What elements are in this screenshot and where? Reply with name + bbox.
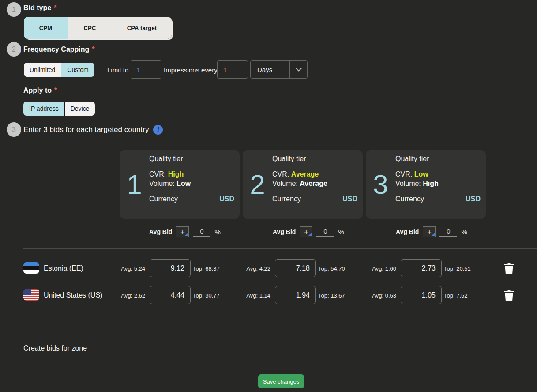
cvr-value: Average [291, 170, 319, 178]
cvr-value: High [168, 170, 184, 178]
bid-input-tier2[interactable] [275, 259, 316, 277]
us-flag-icon [23, 289, 39, 301]
save-changes-button[interactable]: Save changes [258, 374, 304, 388]
bids-section-title-text: Enter 3 bids for each targeted country [23, 125, 149, 134]
currency-value: USD [466, 195, 481, 203]
currency-row: Currency USD [395, 195, 481, 203]
volume-value: Low [176, 180, 191, 187]
avg-bid-label: Avg Bid [149, 228, 172, 235]
avg-bid-percent-input[interactable] [193, 227, 210, 237]
step-3-badge: 3 [7, 122, 21, 137]
apply-to-title: Apply to * [23, 87, 57, 94]
percent-sign: % [338, 228, 344, 236]
avg-bid-adjuster-2: Avg Bid + % [273, 225, 344, 238]
apply-to-toggle: IP address Device [23, 102, 95, 116]
quality-tier-card-3: 3 Quality tier CVR: Low Volume: High Cur… [366, 150, 486, 219]
plus-button[interactable]: + [423, 226, 436, 237]
divider [395, 192, 481, 192]
tab-cpm[interactable]: CPM [24, 17, 68, 39]
currency-row: Currency USD [149, 195, 234, 203]
bid-input-tier1[interactable] [150, 286, 191, 304]
avg-bid-adjuster-3: Avg Bid + % [396, 225, 467, 238]
volume-line: Volume: Low [149, 180, 234, 188]
divider [395, 167, 481, 167]
avg-stat: Avg: 2.62 [104, 292, 145, 298]
plus-button[interactable]: + [176, 226, 189, 237]
currency-label: Currency [272, 195, 301, 203]
tab-cpa-target[interactable]: CPA target [112, 17, 172, 39]
table-row-united-states: United States (US) Avg: 2.62 Top: 30.77 … [0, 282, 537, 309]
currency-label: Currency [395, 195, 424, 203]
delete-country-button[interactable] [504, 290, 514, 301]
limit-to-label: Limit to [107, 66, 128, 74]
info-icon[interactable]: i [153, 125, 163, 135]
divider [23, 248, 537, 249]
avg-stat: Avg: 4.22 [229, 265, 270, 271]
avg-bid-label: Avg Bid [396, 228, 419, 235]
top-stat: Top: 13.67 [318, 292, 345, 298]
toggle-unlimited[interactable]: Unlimited [24, 63, 61, 77]
percent-sign: % [461, 228, 467, 236]
tier-number: 2 [243, 150, 272, 219]
avg-stat: Avg: 5.24 [104, 265, 145, 271]
bid-type-title-text: Bid type [23, 4, 51, 12]
limit-to-input[interactable] [131, 60, 161, 79]
avg-bid-percent-input[interactable] [439, 227, 457, 237]
toggle-custom[interactable]: Custom [61, 63, 94, 77]
chevron-down-icon[interactable] [289, 61, 307, 78]
volume-value: Average [300, 180, 327, 187]
avg-bid-label: Avg Bid [273, 228, 296, 235]
volume-line: Volume: High [395, 180, 481, 188]
top-stat: Top: 30.77 [193, 292, 220, 298]
country-name: Estonia (EE) [44, 264, 83, 272]
frequency-mode-toggle: Unlimited Custom [24, 63, 94, 77]
quality-tier-label: Quality tier [149, 155, 234, 163]
impressions-every-input[interactable] [217, 60, 248, 79]
bid-type-title: Bid type * [23, 4, 56, 12]
currency-row: Currency USD [272, 195, 357, 203]
top-stat: Top: 7.52 [444, 292, 468, 298]
volume-line: Volume: Average [272, 180, 357, 188]
bid-settings-page: 1 Bid type * CPM CPC CPA target 2 Freque… [0, 0, 537, 392]
avg-stat: Avg: 0.63 [355, 292, 396, 298]
divider [149, 192, 234, 192]
percent-sign: % [214, 228, 220, 236]
cvr-value: Low [414, 170, 428, 178]
divider [272, 192, 357, 192]
trash-icon [504, 290, 514, 301]
toggle-ip-address[interactable]: IP address [23, 102, 64, 116]
required-asterisk: * [92, 45, 94, 53]
plus-button[interactable]: + [300, 226, 312, 237]
period-select-value: Days [251, 66, 289, 73]
required-asterisk: * [54, 4, 56, 12]
trash-icon [504, 263, 514, 274]
estonia-flag-icon [23, 262, 39, 274]
top-stat: Top: 68.37 [193, 265, 220, 271]
tab-cpc[interactable]: CPC [68, 17, 112, 39]
delete-country-button[interactable] [504, 263, 514, 274]
volume-value: High [423, 180, 439, 187]
quality-tier-card-2: 2 Quality tier CVR: Average Volume: Aver… [243, 150, 363, 219]
frequency-capping-title: Frequency Capping * [23, 45, 95, 53]
required-asterisk: * [54, 87, 57, 94]
bid-input-tier3[interactable] [401, 286, 442, 304]
step-1-badge: 1 [7, 2, 21, 17]
country-name: United States (US) [44, 291, 102, 299]
step-2-badge: 2 [7, 42, 21, 57]
toggle-device[interactable]: Device [65, 102, 95, 116]
avg-stat: Avg: 1.14 [229, 292, 270, 298]
table-row-estonia: Estonia (EE) Avg: 5.24 Top: 68.37 Avg: 4… [0, 255, 537, 282]
avg-bid-adjuster-1: Avg Bid + % [149, 225, 221, 238]
divider [23, 320, 537, 320]
period-select[interactable]: Days [250, 60, 308, 79]
bid-input-tier3[interactable] [401, 259, 442, 277]
bid-input-tier1[interactable] [150, 259, 191, 277]
quality-tier-label: Quality tier [395, 155, 481, 163]
tier-number: 3 [366, 150, 395, 219]
frequency-capping-title-text: Frequency Capping [23, 45, 89, 53]
avg-bid-percent-input[interactable] [316, 227, 334, 237]
create-bids-for-zone-link[interactable]: Create bids for zone [23, 344, 87, 352]
bid-input-tier2[interactable] [275, 286, 316, 304]
impressions-every-label: Impressions every [164, 66, 218, 74]
currency-label: Currency [149, 195, 178, 203]
